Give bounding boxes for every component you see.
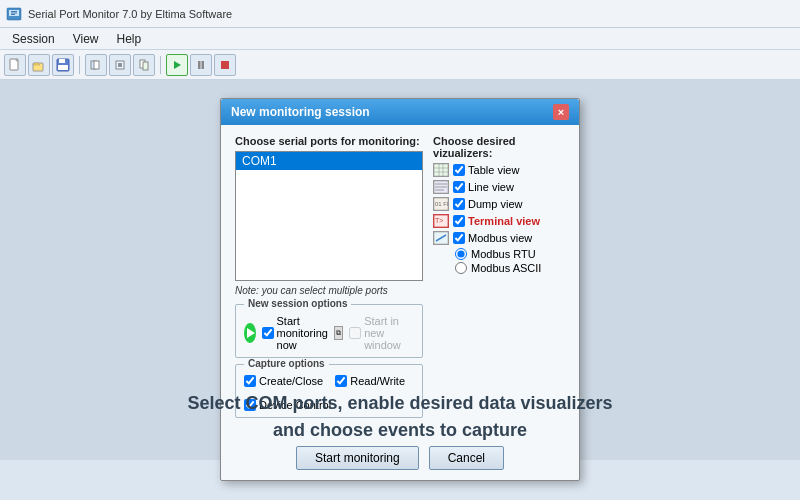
dump-view-check[interactable]: Dump view: [453, 198, 522, 210]
modbus-view-icon: [433, 231, 449, 245]
visualizers-column: Choose desired vizualizers:: [433, 135, 565, 424]
start-monitoring-now-check[interactable]: Start monitoring now: [262, 315, 329, 351]
toolbar-btn-6[interactable]: [133, 54, 155, 76]
ports-column: Choose serial ports for monitoring: COM1…: [235, 135, 423, 424]
app-title: Serial Port Monitor 7.0 by Eltima Softwa…: [28, 8, 232, 20]
svg-rect-9: [58, 65, 68, 70]
table-view-icon: [433, 163, 449, 177]
toolbar-pause-btn[interactable]: [190, 54, 212, 76]
svg-rect-19: [202, 61, 205, 69]
svg-text:01 FF: 01 FF: [435, 201, 448, 207]
toolbar-btn-4[interactable]: [85, 54, 107, 76]
svg-rect-16: [143, 62, 148, 70]
toolbar-open-btn[interactable]: [28, 54, 50, 76]
modbus-rtu-label: Modbus RTU: [471, 248, 536, 260]
toolbar-save-btn[interactable]: [52, 54, 74, 76]
ports-note: Note: you can select multiple ports: [235, 285, 423, 296]
session-options-legend: New session options: [244, 298, 351, 309]
viz-row-line: Line view: [433, 180, 565, 194]
viz-row-table: Table view: [433, 163, 565, 177]
toolbar-play-btn[interactable]: [166, 54, 188, 76]
modbus-ascii-radio[interactable]: [455, 262, 467, 274]
dialog-titlebar: New monitoring session ×: [221, 99, 579, 125]
svg-rect-11: [94, 61, 99, 69]
dump-view-label: Dump view: [468, 198, 522, 210]
port-item-com1[interactable]: COM1: [236, 152, 422, 170]
svg-rect-21: [434, 164, 448, 176]
line-view-checkbox[interactable]: [453, 181, 465, 193]
viz-row-terminal: T> Terminal view: [433, 214, 565, 228]
play-triangle-icon: [247, 328, 255, 338]
dialog-footer: Start monitoring Cancel: [221, 440, 579, 480]
svg-marker-17: [174, 61, 181, 69]
toolbar-stop-btn[interactable]: [214, 54, 236, 76]
menu-help[interactable]: Help: [109, 30, 150, 48]
modbus-view-label: Modbus view: [468, 232, 532, 244]
session-options-section: New session options Start monitoring now…: [235, 304, 423, 358]
capture-read-write-checkbox[interactable]: [335, 375, 347, 387]
menu-bar: Session View Help: [0, 28, 800, 50]
line-view-icon: [433, 180, 449, 194]
toolbar-sep-2: [160, 56, 161, 74]
dump-view-checkbox[interactable]: [453, 198, 465, 210]
svg-rect-20: [221, 61, 229, 69]
menu-session[interactable]: Session: [4, 30, 63, 48]
port-list[interactable]: COM1: [235, 151, 423, 281]
start-monitoring-now-label: Start monitoring now: [277, 315, 329, 351]
session-play-button[interactable]: [244, 323, 256, 343]
toolbar-btn-5[interactable]: [109, 54, 131, 76]
toolbar: [0, 50, 800, 80]
modbus-view-check[interactable]: Modbus view: [453, 232, 532, 244]
start-monitoring-now-checkbox[interactable]: [262, 327, 274, 339]
dialog-columns: Choose serial ports for monitoring: COM1…: [235, 135, 565, 424]
modbus-radio-group: Modbus RTU Modbus ASCII: [455, 248, 565, 274]
bottom-text: Select COM ports, enable desired data vi…: [0, 390, 800, 444]
dump-view-icon: 01 FF: [433, 197, 449, 211]
terminal-view-check[interactable]: Terminal view: [453, 215, 540, 227]
terminal-view-icon: T>: [433, 214, 449, 228]
dialog-close-button[interactable]: ×: [553, 104, 569, 120]
title-bar: Serial Port Monitor 7.0 by Eltima Softwa…: [0, 0, 800, 28]
copy-window-icon: ⧉: [334, 326, 343, 340]
line-view-check[interactable]: Line view: [453, 181, 514, 193]
svg-text:T>: T>: [435, 217, 443, 224]
start-in-new-window-checkbox[interactable]: [349, 327, 361, 339]
svg-rect-12: [116, 61, 124, 69]
terminal-view-checkbox[interactable]: [453, 215, 465, 227]
capture-options-legend: Capture options: [244, 358, 329, 369]
visualizers-label: Choose desired vizualizers:: [433, 135, 565, 159]
svg-rect-18: [198, 61, 201, 69]
menu-view[interactable]: View: [65, 30, 107, 48]
toolbar-new-btn[interactable]: [4, 54, 26, 76]
session-options-row: Start monitoring now ⧉ Start in new wind…: [244, 315, 414, 351]
start-in-new-window-label: Start in new window: [364, 315, 414, 351]
ports-label: Choose serial ports for monitoring:: [235, 135, 423, 147]
app-icon: [6, 6, 22, 22]
start-in-new-window-check[interactable]: Start in new window: [349, 315, 414, 351]
modbus-rtu-radio[interactable]: [455, 248, 467, 260]
main-area: New monitoring session × Choose serial p…: [0, 80, 800, 460]
cancel-button[interactable]: Cancel: [429, 446, 504, 470]
table-view-label: Table view: [468, 164, 519, 176]
capture-create-close-checkbox[interactable]: [244, 375, 256, 387]
viz-row-dump: 01 FF Dump view: [433, 197, 565, 211]
line-view-label: Line view: [468, 181, 514, 193]
capture-create-close-label: Create/Close: [259, 375, 323, 387]
table-view-checkbox[interactable]: [453, 164, 465, 176]
dialog-title: New monitoring session: [231, 105, 370, 119]
capture-read-write-label: Read/Write: [350, 375, 405, 387]
modbus-view-checkbox[interactable]: [453, 232, 465, 244]
modbus-rtu-row: Modbus RTU: [455, 248, 565, 260]
bottom-text-line1: Select COM ports, enable desired data vi…: [0, 390, 800, 417]
modbus-ascii-label: Modbus ASCII: [471, 262, 541, 274]
start-monitoring-button[interactable]: Start monitoring: [296, 446, 419, 470]
terminal-view-label: Terminal view: [468, 215, 540, 227]
svg-rect-8: [59, 59, 65, 63]
capture-create-close[interactable]: Create/Close: [244, 375, 323, 387]
bottom-text-line2: and choose events to capture: [0, 417, 800, 444]
capture-read-write[interactable]: Read/Write: [335, 375, 405, 387]
toolbar-sep-1: [79, 56, 80, 74]
modbus-ascii-row: Modbus ASCII: [455, 262, 565, 274]
table-view-check[interactable]: Table view: [453, 164, 519, 176]
viz-row-modbus: Modbus view: [433, 231, 565, 245]
